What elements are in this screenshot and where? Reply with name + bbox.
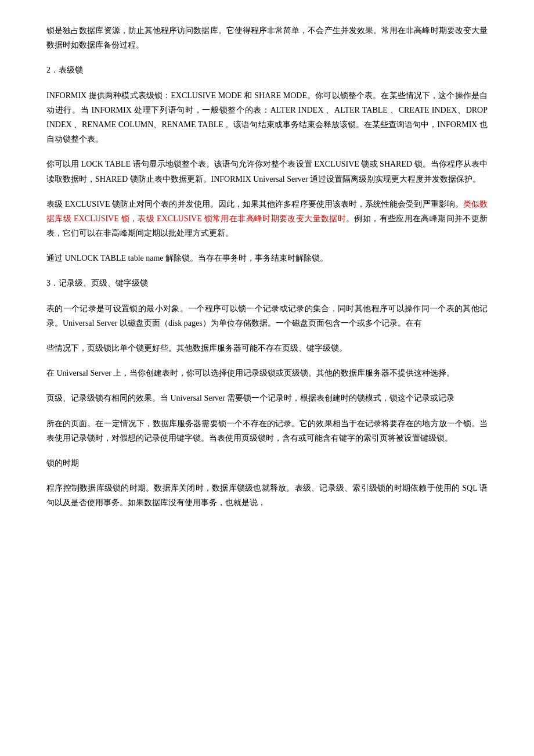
section-title-3-text: 3．记录级、页级、键字级锁	[46, 279, 148, 287]
paragraph-3-text: INFORMIX 提供两种模式表级锁：EXCLUSIVE MODE 和 SHAR…	[46, 91, 488, 144]
section-title-2-text: 2．表级锁	[46, 66, 83, 74]
paragraph-1-text: 锁是独占数据库资源，防止其他程序访问数据库。它使得程序非常简单，不会产生并发效果…	[46, 26, 488, 49]
paragraph-1: 锁是独占数据库资源，防止其他程序访问数据库。它使得程序非常简单，不会产生并发效果…	[46, 23, 488, 52]
paragraph-5: 表级 EXCLUSIVE 锁防止对同个表的并发使用。因此，如果其他许多程序要使用…	[46, 197, 488, 241]
paragraph-10: 在 Universal Server 上，当你创建表时，你可以选择使用记录级锁或…	[46, 366, 488, 380]
paragraph-11-text: 页级、记录级锁有相同的效果。当 Universal Server 需要锁一个记录…	[46, 394, 454, 402]
paragraph-14: 程序控制数据库级锁的时期。数据库关闭时，数据库锁级也就释放。表级、记录级、索引级…	[46, 481, 488, 510]
paragraph-4-text: 你可以用 LOCK TABLE 语句显示地锁整个表。该语句允许你对整个表设置 E…	[46, 160, 488, 183]
page-container: 锁是独占数据库资源，防止其他程序访问数据库。它使得程序非常简单，不会产生并发效果…	[0, 0, 534, 756]
paragraph-9: 些情况下，页级锁比单个锁更好些。其他数据库服务器可能不存在页级、键字级锁。	[46, 341, 488, 355]
paragraph-3: INFORMIX 提供两种模式表级锁：EXCLUSIVE MODE 和 SHAR…	[46, 88, 488, 147]
paragraph-12: 所在的页面。在一定情况下，数据库服务器需要锁一个不存在的记录。它的效果相当于在记…	[46, 416, 488, 445]
paragraph-5-normal-1: 表级 EXCLUSIVE 锁防止对同个表的并发使用。因此，如果其他许多程序要使用…	[46, 200, 463, 208]
paragraph-6-text: 通过 UNLOCK TABLE table name 解除锁。当存在事务时，事务…	[46, 254, 328, 262]
section-title-lock-period-text: 锁的时期	[46, 459, 79, 467]
paragraph-9-text: 些情况下，页级锁比单个锁更好些。其他数据库服务器可能不存在页级、键字级锁。	[46, 344, 347, 352]
paragraph-4: 你可以用 LOCK TABLE 语句显示地锁整个表。该语句允许你对整个表设置 E…	[46, 157, 488, 186]
paragraph-8: 表的一个记录是可设置锁的最小对象。一个程序可以锁一个记录或记录的集合，同时其他程…	[46, 301, 488, 330]
paragraph-12-text: 所在的页面。在一定情况下，数据库服务器需要锁一个不存在的记录。它的效果相当于在记…	[46, 419, 488, 442]
paragraph-14-text: 程序控制数据库级锁的时期。数据库关闭时，数据库锁级也就释放。表级、记录级、索引级…	[46, 484, 488, 507]
paragraph-8-text: 表的一个记录是可设置锁的最小对象。一个程序可以锁一个记录或记录的集合，同时其他程…	[46, 304, 488, 327]
paragraph-11: 页级、记录级锁有相同的效果。当 Universal Server 需要锁一个记录…	[46, 391, 488, 405]
paragraph-6: 通过 UNLOCK TABLE table name 解除锁。当存在事务时，事务…	[46, 251, 488, 265]
section-title-2: 2．表级锁	[46, 63, 488, 77]
section-title-3: 3．记录级、页级、键字级锁	[46, 276, 488, 290]
paragraph-10-text: 在 Universal Server 上，当你创建表时，你可以选择使用记录级锁或…	[46, 369, 454, 377]
section-title-lock-period: 锁的时期	[46, 456, 488, 470]
